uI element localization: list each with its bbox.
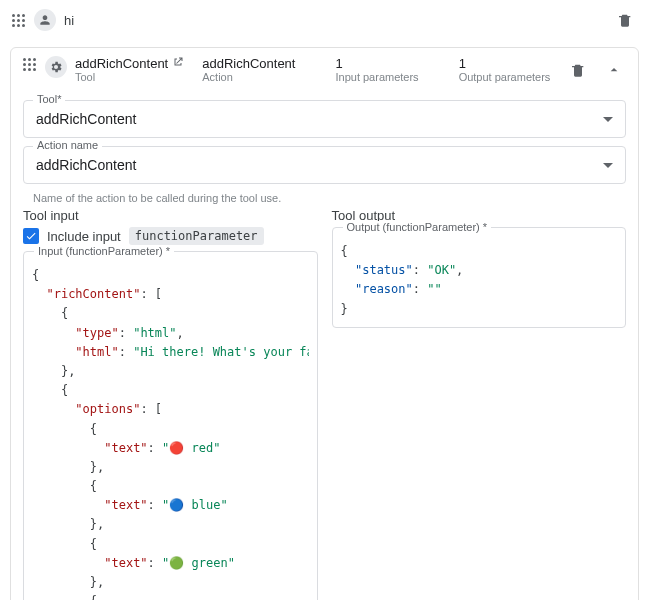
drag-handle-icon[interactable] <box>21 56 37 72</box>
user-message-text: hi <box>64 13 74 28</box>
delete-tool-button[interactable] <box>564 56 592 84</box>
tool-input-code[interactable]: { "richContent": [ { "type": "html", "ht… <box>32 266 309 600</box>
user-avatar-icon <box>34 9 56 31</box>
action-name: addRichContent <box>202 56 295 71</box>
tool-input-title: Tool input <box>23 208 318 223</box>
tool-input-code-panel[interactable]: Input (functionParameter) * { "richConte… <box>23 251 318 600</box>
tool-output-code-panel[interactable]: Output (functionParameter) * { "status":… <box>332 227 627 328</box>
include-input-param-chip: functionParameter <box>129 227 264 245</box>
tool-select-value: addRichContent <box>36 111 136 127</box>
tool-select[interactable]: addRichContent <box>23 100 626 138</box>
include-input-label: Include input <box>47 229 121 244</box>
open-external-icon[interactable] <box>172 56 184 71</box>
tool-name: addRichContent <box>75 56 168 71</box>
action-sub: Action <box>202 71 295 83</box>
input-sub: Input parameters <box>335 71 418 83</box>
action-select[interactable]: addRichContent <box>23 146 626 184</box>
output-sub: Output parameters <box>459 71 551 83</box>
tool-output-panel-label: Output (functionParameter) * <box>343 221 492 233</box>
tool-field-label: Tool* <box>33 93 65 105</box>
action-field-label: Action name <box>33 139 102 151</box>
action-select-value: addRichContent <box>36 157 136 173</box>
tool-output-code[interactable]: { "status": "OK", "reason": "" } <box>341 242 618 319</box>
drag-handle-icon[interactable] <box>10 12 26 28</box>
tool-icon <box>45 56 67 78</box>
tool-name-sub: Tool <box>75 71 184 83</box>
output-count: 1 <box>459 56 551 71</box>
chevron-down-icon <box>603 163 613 168</box>
collapse-button[interactable] <box>600 56 628 84</box>
delete-message-button[interactable] <box>611 6 639 34</box>
tool-use-card: addRichContent Tool addRichContent Actio… <box>10 47 639 600</box>
input-count: 1 <box>335 56 418 71</box>
tool-input-panel-label: Input (functionParameter) * <box>34 245 174 257</box>
chevron-down-icon <box>603 117 613 122</box>
action-help-text: Name of the action to be called during t… <box>33 192 638 204</box>
include-input-checkbox[interactable] <box>23 228 39 244</box>
